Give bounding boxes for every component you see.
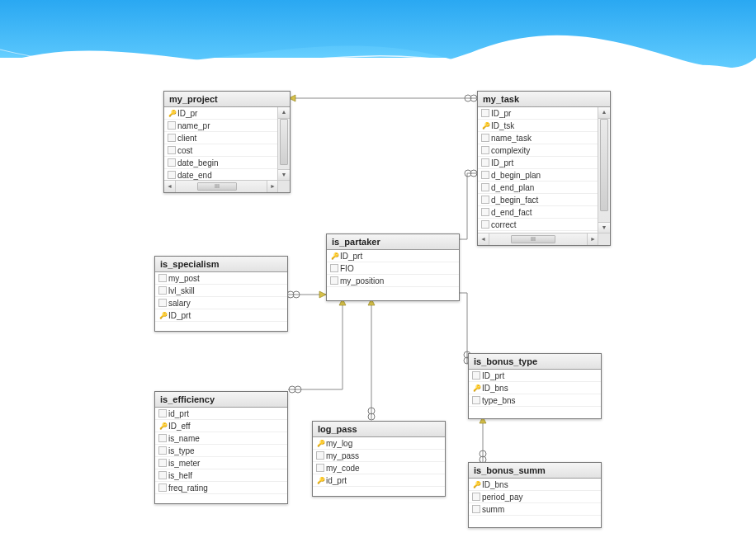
er-diagram-canvas[interactable]: my_project 🔑ID_prname_prclientcostdate_b… [0,0,756,533]
scroll-left-icon[interactable]: ◄ [478,233,489,245]
table-column-row[interactable]: 🔑ID_prt [327,250,459,262]
scroll-up-icon[interactable]: ▲ [598,107,610,119]
column-icon [168,158,177,167]
table-column-row[interactable]: ID_prt [478,157,598,169]
scroll-thumb[interactable]: III [511,235,555,243]
table-column-row[interactable]: correct [478,219,598,231]
column-icon [158,408,168,418]
horizontal-scrollbar[interactable]: ◄ III ► [478,233,598,245]
column-icon [472,492,482,502]
column-icon [158,446,168,455]
table-is_partaker[interactable]: is_partaker 🔑ID_prtFIOmy_position [326,233,460,301]
table-column-row[interactable]: 🔑id_prt [313,474,445,487]
column-icon [472,395,482,405]
scroll-thumb[interactable] [600,119,608,211]
primary-key-icon: 🔑 [316,438,326,448]
column-name: is_meter [168,459,200,468]
table-column-row[interactable]: my_code [313,462,445,474]
column-name: correct [491,220,517,229]
table-column-row[interactable]: id_prt [155,408,287,420]
table-column-row[interactable]: client [164,132,278,144]
table-is_efficiency[interactable]: is_efficiency id_prt🔑ID_effis_nameis_typ… [154,391,288,504]
column-icon [330,276,340,285]
table-my_task[interactable]: my_task ID_pr🔑ID_tskname_taskcomplexityI… [477,91,611,246]
table-is_specialism[interactable]: is_specialism my_postlvl_skillsalary🔑ID_… [154,256,288,332]
table-column-row[interactable]: ID_pr [478,107,598,120]
column-name: my_pass [326,451,359,460]
table-column-row[interactable]: 🔑ID_tsk [478,120,598,132]
table-title: my_project [164,92,290,107]
table-column-row[interactable]: lvl_skill [155,285,287,297]
table-columns: ID_pr🔑ID_tskname_taskcomplexityID_prtd_b… [478,107,598,231]
scroll-left-icon[interactable]: ◄ [164,181,176,192]
scroll-up-icon[interactable]: ▲ [278,107,290,119]
table-is_bonus_type[interactable]: is_bonus_type ID_prt🔑ID_bnstype_bns [468,353,602,419]
vertical-scrollbar[interactable]: ▲ ▼ [277,107,290,181]
scroll-down-icon[interactable]: ▼ [278,169,290,181]
column-name: ID_prt [168,311,191,320]
table-column-row[interactable]: type_bns [469,394,601,407]
table-column-row[interactable]: is_helf [155,469,287,482]
scroll-down-icon[interactable]: ▼ [598,222,610,233]
table-column-row[interactable]: is_meter [155,457,287,469]
table-column-row[interactable]: 🔑my_log [313,437,445,450]
table-column-row[interactable]: summ [469,503,601,516]
primary-key-icon: 🔑 [158,421,168,431]
table-column-row[interactable]: FIO [327,262,459,275]
column-name: is_helf [168,471,192,480]
column-name: date_begin [177,158,219,167]
table-column-row[interactable]: d_begin_fact [478,194,598,206]
column-name: d_begin_plan [491,171,541,180]
table-is_bonus_summ[interactable]: is_bonus_summ 🔑ID_bnsperiod_paysumm [468,462,602,528]
column-name: id_prt [168,409,189,418]
table-log_pass[interactable]: log_pass 🔑my_logmy_passmy_code🔑id_prt [312,421,446,497]
table-column-row[interactable]: is_type [155,445,287,457]
primary-key-icon: 🔑 [472,479,482,489]
column-icon [481,182,491,192]
table-column-row[interactable]: cost [164,144,278,157]
scroll-thumb[interactable]: III [197,182,237,191]
table-column-row[interactable]: d_begin_plan [478,169,598,182]
table-columns: id_prt🔑ID_effis_nameis_typeis_meteris_he… [155,408,287,494]
column-icon [158,273,168,283]
column-name: d_end_fact [491,208,532,217]
table-column-row[interactable]: name_pr [164,120,278,132]
scroll-thumb[interactable] [280,119,288,165]
table-column-row[interactable]: period_pay [469,491,601,503]
primary-key-icon: 🔑 [481,120,491,130]
column-icon [158,483,168,493]
table-column-row[interactable]: my_pass [313,450,445,462]
column-icon [481,158,491,167]
column-name: name_pr [177,121,210,130]
column-icon [158,285,168,295]
table-columns: 🔑my_logmy_passmy_code🔑id_prt [313,437,445,487]
table-column-row[interactable]: 🔑ID_pr [164,107,278,120]
table-column-row[interactable]: 🔑ID_eff [155,420,287,432]
horizontal-scrollbar[interactable]: ◄ III ► [164,180,278,192]
table-column-row[interactable]: complexity [478,144,598,157]
table-column-row[interactable]: 🔑ID_bns [469,479,601,491]
table-column-row[interactable]: 🔑ID_prt [155,309,287,322]
table-column-row[interactable]: is_name [155,432,287,445]
table-column-row[interactable]: date_begin [164,157,278,169]
table-my_project[interactable]: my_project 🔑ID_prname_prclientcostdate_b… [163,91,291,193]
vertical-scrollbar[interactable]: ▲ ▼ [598,107,610,233]
scroll-right-icon[interactable]: ► [267,181,278,192]
table-column-row[interactable]: my_position [327,275,459,287]
column-name: FIO [340,264,354,273]
column-icon [158,470,168,480]
table-columns: 🔑ID_bnsperiod_paysumm [469,479,601,516]
scroll-right-icon[interactable]: ► [587,233,598,245]
column-icon [472,370,482,380]
table-column-row[interactable]: ID_prt [469,370,601,382]
table-column-row[interactable]: 🔑ID_bns [469,382,601,394]
table-column-row[interactable]: d_end_fact [478,206,598,219]
table-column-row[interactable]: my_post [155,272,287,285]
column-icon [330,263,340,273]
column-name: my_post [168,274,200,283]
table-column-row[interactable]: name_task [478,132,598,144]
table-column-row[interactable]: salary [155,297,287,309]
table-column-row[interactable]: freq_rating [155,482,287,494]
primary-key-icon: 🔑 [168,108,177,118]
table-column-row[interactable]: d_end_plan [478,182,598,194]
